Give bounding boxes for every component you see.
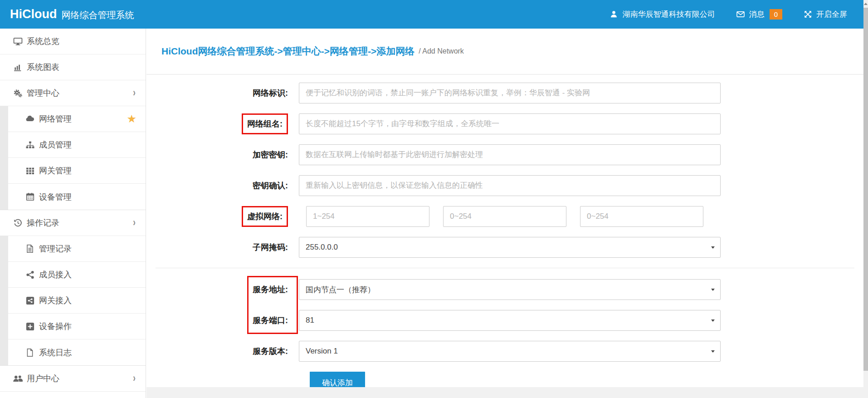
network-identifier-row: 网络标识: (146, 83, 863, 103)
company-name: 湖南华辰智通科技有限公司 (623, 9, 715, 20)
history-icon (12, 218, 23, 228)
page: HiCloud 网络综合管理系统 湖南华辰智通科技有限公司 消息 0 开启全屏 … (0, 0, 868, 398)
sidebar-item-label: 系统总览 (27, 36, 59, 47)
top-header: HiCloud 网络综合管理系统 湖南华辰智通科技有限公司 消息 0 开启全屏 (0, 0, 863, 29)
sidebar-item-file-text[interactable]: 管理记录 (8, 236, 146, 262)
gears-icon (12, 88, 23, 98)
scrollbar-up-button[interactable] (863, 0, 868, 8)
sidebar-item-label: 网关管理 (39, 165, 72, 176)
service-address-row: 服务地址:国内节点一（推荐） (146, 279, 863, 300)
key-confirm-label-text: 密钥确认: (253, 181, 288, 190)
fullscreen-label: 开启全屏 (816, 9, 847, 20)
network-group-name-label-text: 网络组名: (242, 113, 288, 134)
subnet-mask-label: 子网掩码: (146, 242, 299, 253)
sidebar-item-calendar[interactable]: 设备管理 (8, 184, 146, 210)
chevron-right-icon: › (133, 372, 136, 385)
encryption-key-input[interactable] (299, 144, 721, 165)
dropdown-caret-icon (711, 319, 715, 322)
key-confirm-label: 密钥确认: (146, 180, 299, 191)
virtual-network-input-3[interactable] (580, 206, 703, 227)
network-group-name-input[interactable] (299, 113, 721, 134)
sidebar-item-label: 成员管理 (39, 139, 72, 150)
messages-label: 消息 (749, 9, 765, 20)
form-section-divider (156, 268, 854, 268)
sidebar-item-share[interactable]: 成员接入 (8, 262, 146, 288)
service-settings-group: 服务地址:国内节点一（推荐）服务端口:81 (146, 279, 863, 331)
chevron-right-icon: › (133, 216, 136, 229)
subnet-mask-select[interactable]: 255.0.0.0 (299, 237, 721, 258)
desktop-icon (12, 36, 23, 46)
sidebar-item-label: 成员接入 (39, 269, 72, 280)
sidebar-item-label: 设备管理 (39, 192, 72, 202)
subnet-mask-label-text: 子网掩码: (253, 243, 288, 252)
sidebar-item-grid[interactable]: 网关管理 (8, 158, 146, 184)
encryption-key-label: 加密密钥: (146, 149, 299, 160)
service-address-selected-value: 国内节点一（推荐） (306, 285, 375, 295)
brand-subtitle: 网络综合管理系统 (61, 9, 134, 21)
breadcrumb-suffix: / Add Network (419, 47, 464, 55)
sidebar-item-history[interactable]: 操作记录› (0, 210, 146, 236)
service-port-select[interactable]: 81 (299, 310, 721, 331)
sidebar-item-gears[interactable]: 管理中心› (0, 80, 146, 106)
sidebar-item-file[interactable]: 系统日志 (8, 339, 146, 365)
sidebar: 系统总览系统图表管理中心›网络管理★成员管理网关管理设备管理操作记录›管理记录成… (0, 29, 146, 398)
virtual-network-label-text: 虚拟网络: (242, 206, 288, 227)
virtual-network-label: 虚拟网络: (146, 206, 299, 227)
favorite-star-icon: ★ (127, 113, 137, 124)
network-identifier-label-text: 网络标识: (253, 88, 288, 98)
sidebar-item-label: 设备操作 (39, 321, 72, 332)
calendar-icon (24, 192, 35, 202)
sidebar-item-label: 操作记录 (27, 217, 59, 228)
service-version-select[interactable]: Version 1 (299, 341, 721, 362)
service-address-label-text: 服务地址: (253, 285, 288, 294)
service-port-label-text: 服务端口: (253, 316, 288, 325)
sidebar-item-chart[interactable]: 系统图表 (0, 54, 146, 80)
grid-icon (24, 166, 35, 176)
header-actions: 湖南华辰智通科技有限公司 消息 0 开启全屏 (610, 9, 863, 20)
service-version-row: 服务版本:Version 1 (146, 341, 863, 362)
virtual-network-inputs (306, 206, 703, 227)
virtual-network-input-1[interactable] (306, 206, 429, 227)
sidebar-item-share-square[interactable]: 网关接入 (8, 288, 146, 314)
sidebar-item-cloud[interactable]: 网络管理★ (8, 106, 146, 132)
page-scrollbar[interactable] (863, 0, 868, 398)
service-address-select[interactable]: 国内节点一（推荐） (299, 279, 721, 300)
content-footer (146, 387, 863, 398)
main-content: HiCloud网络综合管理系统->管理中心->网络管理->添加网络 / Add … (146, 29, 863, 398)
sidebar-item-desktop[interactable]: 系统总览 (0, 29, 146, 54)
scrollbar-thumb[interactable] (863, 8, 868, 371)
service-port-label: 服务端口: (146, 315, 299, 326)
sitemap-icon (24, 140, 35, 150)
virtual-network-input-2[interactable] (443, 206, 566, 227)
messages-button[interactable]: 消息 0 (736, 9, 782, 20)
share-icon (24, 270, 35, 280)
brand-name: HiCloud (10, 7, 57, 21)
sidebar-item-label: 系统日志 (39, 347, 72, 358)
company-account[interactable]: 湖南华辰智通科技有限公司 (610, 9, 715, 20)
key-confirm-row: 密钥确认: (146, 175, 863, 196)
dropdown-caret-icon (711, 246, 715, 249)
users-icon (12, 373, 23, 383)
network-identifier-input[interactable] (299, 83, 721, 103)
fullscreen-toggle[interactable]: 开启全屏 (803, 9, 847, 20)
key-confirm-input[interactable] (299, 175, 721, 196)
dropdown-caret-icon (711, 289, 715, 291)
encryption-key-label-text: 加密密钥: (253, 150, 288, 159)
service-version-selected-value: Version 1 (306, 347, 338, 356)
envelope-icon (736, 10, 745, 19)
sidebar-item-users[interactable]: 用户中心› (0, 366, 146, 392)
sidebar-subgroup: 网络管理★成员管理网关管理设备管理 (0, 106, 146, 210)
sidebar-item-plus-square[interactable]: 设备操作 (8, 314, 146, 339)
expand-icon (803, 10, 812, 19)
subnet-mask-row: 子网掩码:255.0.0.0 (146, 237, 863, 258)
user-icon (610, 10, 619, 19)
sidebar-item-label: 管理记录 (39, 243, 72, 254)
service-version-label: 服务版本: (146, 346, 299, 357)
service-version-label-text: 服务版本: (253, 347, 288, 356)
chart-icon (12, 62, 23, 72)
cloud-icon (24, 114, 35, 124)
sidebar-item-sitemap[interactable]: 成员管理 (8, 132, 146, 158)
plus-square-icon (24, 321, 35, 331)
share-square-icon (24, 295, 35, 305)
breadcrumb-bar: HiCloud网络综合管理系统->管理中心->网络管理->添加网络 / Add … (146, 29, 863, 75)
